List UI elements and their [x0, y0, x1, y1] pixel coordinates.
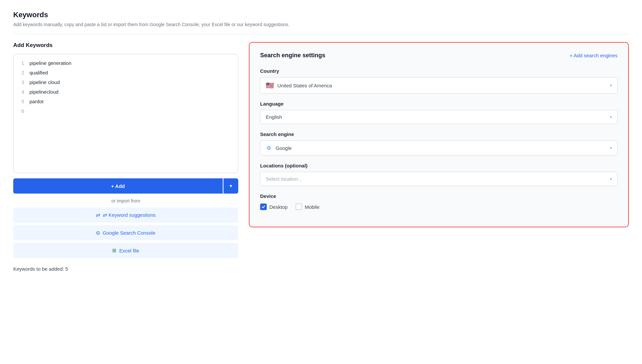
- keyword-text-5: pardot: [29, 99, 44, 104]
- device-desktop-option[interactable]: Desktop: [260, 204, 288, 210]
- add-button[interactable]: + Add: [13, 178, 223, 194]
- country-label: Country: [260, 68, 618, 74]
- add-button-row: + Add ▾: [13, 178, 238, 194]
- google-search-console-label: Google Search Console: [103, 230, 155, 236]
- page-header: Keywords Add keywords manually, copy and…: [13, 11, 629, 34]
- locations-label: Locations (optional): [260, 163, 618, 168]
- page-title: Keywords: [13, 11, 629, 19]
- keyword-item-5: 5 pardot: [19, 97, 233, 106]
- search-engine-select-left: G Google: [266, 145, 292, 151]
- device-field-group: Device Desktop Mobile: [260, 193, 618, 210]
- keyword-suggestions-button[interactable]: ⇄ ⇄ Keyword suggestions: [13, 207, 238, 223]
- locations-placeholder: Select location...: [266, 176, 302, 182]
- keyword-text-2: qualified: [29, 70, 48, 75]
- mobile-label: Mobile: [305, 204, 319, 210]
- keyword-num-3: 3: [19, 79, 24, 85]
- right-panel: Search engine settings + Add search engi…: [249, 42, 629, 227]
- language-label: Language: [260, 101, 618, 107]
- keyword-text-4: pipelinecloud: [29, 89, 59, 95]
- main-content: Add Keywords 1 pipeline generation 2 qua…: [13, 42, 629, 272]
- chevron-down-icon: ▾: [610, 177, 612, 181]
- keyword-item-6: 6: [19, 106, 233, 116]
- country-value: United States of America: [277, 83, 332, 88]
- chevron-down-icon: ▾: [610, 83, 612, 88]
- language-field-group: Language English ▾: [260, 101, 618, 124]
- language-select[interactable]: English ▾: [260, 110, 618, 124]
- search-engine-select[interactable]: G Google ▾: [260, 140, 618, 156]
- search-engine-value: Google: [276, 145, 292, 151]
- keyword-text-1: pipeline generation: [29, 60, 71, 66]
- keyword-item-1: 1 pipeline generation: [19, 58, 233, 68]
- or-import-label: or import from: [13, 198, 238, 204]
- locations-select-display[interactable]: Select location... ▾: [260, 172, 618, 186]
- excel-file-label: Excel file: [119, 248, 139, 253]
- device-options: Desktop Mobile: [260, 204, 618, 210]
- add-button-dropdown-toggle[interactable]: ▾: [223, 178, 238, 194]
- chevron-down-icon: ▾: [230, 183, 232, 189]
- locations-select-left: Select location...: [266, 176, 302, 182]
- desktop-checkbox[interactable]: [260, 204, 267, 210]
- excel-icon: ⊞: [112, 248, 116, 253]
- mobile-checkbox[interactable]: [296, 204, 302, 210]
- keyword-num-2: 2: [19, 70, 24, 75]
- add-search-engines-button[interactable]: + Add search engines: [570, 53, 618, 58]
- language-select-left: English: [266, 114, 282, 120]
- keyword-num-1: 1: [19, 60, 24, 66]
- country-select[interactable]: 🇺🇸 United States of America ▾: [260, 77, 618, 94]
- google-search-console-button[interactable]: G Google Search Console: [13, 225, 238, 240]
- country-select-left: 🇺🇸 United States of America: [266, 81, 332, 89]
- keyword-item-3: 3 pipeline cloud: [19, 77, 233, 87]
- keyword-suggestions-label: ⇄ Keyword suggestions: [103, 212, 156, 218]
- country-field-group: Country 🇺🇸 United States of America ▾: [260, 68, 618, 94]
- add-keywords-title: Add Keywords: [13, 42, 238, 49]
- keywords-count: Keywords to be added: 5: [13, 266, 238, 272]
- page-subtitle: Add keywords manually, copy and paste a …: [13, 22, 629, 27]
- desktop-label: Desktop: [269, 204, 288, 210]
- locations-field-group: Locations (optional) Select location... …: [260, 163, 618, 186]
- language-select-display[interactable]: English ▾: [260, 110, 618, 124]
- google-g-icon: G: [266, 145, 272, 151]
- settings-header: Search engine settings + Add search engi…: [260, 52, 618, 59]
- us-flag-icon: 🇺🇸: [266, 81, 274, 89]
- search-engine-label: Search engine: [260, 131, 618, 137]
- chevron-down-icon: ▾: [610, 115, 612, 119]
- country-select-display[interactable]: 🇺🇸 United States of America ▾: [260, 77, 618, 94]
- locations-select[interactable]: Select location... ▾: [260, 172, 618, 186]
- google-icon: G: [96, 230, 100, 236]
- language-value: English: [266, 114, 282, 120]
- keyword-list: 1 pipeline generation 2 qualified 3 pipe…: [13, 54, 238, 173]
- settings-title: Search engine settings: [260, 52, 325, 59]
- keyword-num-6: 6: [19, 108, 24, 114]
- keyword-suggestions-icon: ⇄: [96, 212, 100, 218]
- keyword-item-2: 2 qualified: [19, 68, 233, 77]
- device-mobile-option[interactable]: Mobile: [296, 204, 319, 210]
- device-label: Device: [260, 193, 618, 199]
- search-engine-select-display[interactable]: G Google ▾: [260, 140, 618, 156]
- excel-file-button[interactable]: ⊞ Excel file: [13, 243, 238, 258]
- keyword-item-4: 4 pipelinecloud: [19, 87, 233, 97]
- left-panel: Add Keywords 1 pipeline generation 2 qua…: [13, 42, 238, 272]
- keyword-num-4: 4: [19, 89, 24, 95]
- keyword-text-3: pipeline cloud: [29, 79, 60, 85]
- search-engine-field-group: Search engine G Google ▾: [260, 131, 618, 156]
- keyword-num-5: 5: [19, 99, 24, 104]
- chevron-down-icon: ▾: [610, 146, 612, 150]
